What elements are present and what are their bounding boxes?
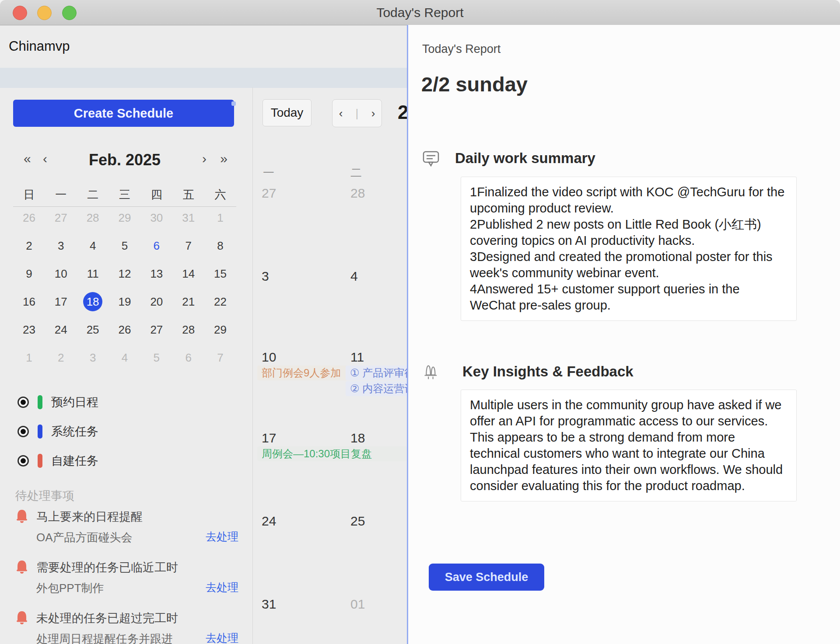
toolbar-band (0, 68, 407, 88)
calendar-date-cell[interactable]: 22 (204, 288, 236, 316)
week-date[interactable]: 27 (262, 186, 276, 201)
calendar-date-cell[interactable]: 3 (77, 344, 109, 372)
calendar-date-cell[interactable]: 27 (140, 316, 172, 344)
next-year-button[interactable]: » (217, 151, 230, 167)
calendar-date-cell[interactable]: 25 (77, 316, 109, 344)
summary-textbox[interactable]: 1Finalized the video script with KOC @Te… (461, 177, 797, 321)
week-date[interactable]: 17 (262, 431, 276, 446)
date-number: 3 (51, 236, 70, 255)
calendar-date-cell[interactable]: 5 (109, 232, 141, 260)
date-number: 19 (115, 292, 134, 311)
mini-calendar-grid: 2627282930311234567891011121314151617181… (13, 204, 236, 372)
date-number: 1 (19, 348, 38, 367)
calendar-date-cell[interactable]: 29 (204, 316, 236, 344)
legend-label: 自建任务 (51, 453, 98, 469)
week-date[interactable]: 31 (262, 597, 276, 612)
calendar-date-cell[interactable]: 8 (204, 232, 236, 260)
week-date[interactable]: 01 (350, 597, 365, 612)
insights-textbox[interactable]: Multiple users in the community group ha… (461, 390, 797, 501)
week-date[interactable]: 28 (350, 186, 365, 201)
task-item: 需要处理的任务已临近工时外包PPT制作去处理 (15, 558, 238, 597)
calendar-date-cell[interactable]: 10 (45, 260, 77, 288)
calendar-date-cell[interactable]: 13 (140, 260, 172, 288)
event-chip[interactable]: 周例会—10:30项目复盘 (257, 446, 407, 461)
task-title-row: 未处理的任务已超过完工时 (15, 609, 238, 628)
calendar-date-cell[interactable]: 26 (109, 316, 141, 344)
week-row: 2728 (253, 186, 407, 268)
calendar-date-cell[interactable]: 31 (172, 204, 204, 232)
calendar-date-cell[interactable]: 2 (13, 232, 45, 260)
week-date[interactable]: 24 (262, 514, 276, 529)
week-date[interactable]: 11 (350, 350, 364, 365)
week-date[interactable]: 10 (262, 350, 276, 365)
calendar-date-cell[interactable]: 26 (13, 204, 45, 232)
section-title-summary: Daily work summary (455, 150, 595, 167)
task-action-link[interactable]: 去处理 (206, 529, 238, 544)
event-chip[interactable]: ② 内容运营计划跟进 (346, 381, 407, 396)
calendar-date-cell[interactable]: 15 (204, 260, 236, 288)
date-number: 7 (211, 348, 230, 367)
date-number: 25 (83, 320, 102, 339)
bell-icon (420, 362, 439, 381)
calendar-date-cell[interactable]: 1 (204, 204, 236, 232)
calendar-date-cell[interactable]: 1 (13, 344, 45, 372)
calendar-date-cell[interactable]: 5 (140, 344, 172, 372)
calendar-date-cell[interactable]: 23 (13, 316, 45, 344)
calendar-date-cell[interactable]: 17 (45, 288, 77, 316)
calendar-date-cell[interactable]: 29 (109, 204, 141, 232)
task-title: 需要处理的任务已临近工时 (36, 560, 178, 575)
date-number: 21 (179, 292, 198, 311)
titlebar: Today's Report (0, 0, 840, 25)
calendar-date-cell[interactable]: 14 (172, 260, 204, 288)
event-chip[interactable]: ① 产品评审待办事项 (346, 366, 407, 380)
calendar-date-cell[interactable]: 7 (172, 232, 204, 260)
week-date[interactable]: 4 (350, 269, 358, 284)
calendar-date-cell[interactable]: 21 (172, 288, 204, 316)
calendar-date-cell[interactable]: 9 (13, 260, 45, 288)
calendar-date-cell[interactable]: 4 (109, 344, 141, 372)
calendar-date-cell[interactable]: 4 (77, 232, 109, 260)
next-month-button[interactable]: › (200, 151, 209, 167)
calendar-date-cell[interactable]: 30 (140, 204, 172, 232)
task-action-link[interactable]: 去处理 (206, 631, 238, 644)
legend-radio[interactable] (18, 397, 29, 408)
calendar-date-cell[interactable]: 7 (204, 344, 236, 372)
week-date[interactable]: 3 (262, 269, 269, 284)
calendar-date-cell[interactable]: 27 (45, 204, 77, 232)
week-next-icon[interactable]: › (371, 107, 375, 120)
save-schedule-button[interactable]: Save Schedule (429, 564, 544, 591)
week-date[interactable]: 18 (350, 431, 365, 446)
calendar-date-cell[interactable]: 19 (109, 288, 141, 316)
week-prev-icon[interactable]: ‹ (339, 107, 343, 120)
weekday-label: 六 (204, 187, 236, 202)
calendar-date-cell[interactable]: 6 (172, 344, 204, 372)
create-schedule-button[interactable]: Create Schedule (13, 100, 234, 127)
calendar-date-cell[interactable]: 16 (13, 288, 45, 316)
calendar-date-cell[interactable]: 18 (77, 288, 109, 316)
today-button[interactable]: Today (262, 99, 312, 126)
calendar-date-cell[interactable]: 6 (140, 232, 172, 260)
calendar-date-cell[interactable]: 20 (140, 288, 172, 316)
calendar-date-cell[interactable]: 2 (45, 344, 77, 372)
weekday-label: 日 (13, 187, 45, 202)
task-action-link[interactable]: 去处理 (206, 580, 238, 595)
calendar-date-cell[interactable]: 24 (45, 316, 77, 344)
calendar-date-cell[interactable]: 3 (45, 232, 77, 260)
date-number: 16 (19, 292, 38, 311)
legend-radio[interactable] (18, 426, 29, 437)
weekday-header-tue: 二 (350, 165, 362, 181)
nav-separator: | (356, 107, 359, 120)
calendar-date-cell[interactable]: 11 (77, 260, 109, 288)
weekday-label: 二 (77, 187, 109, 202)
date-number: 4 (115, 348, 134, 367)
week-row: 34 (253, 269, 407, 351)
weekday-label: 四 (140, 187, 172, 202)
date-number: 11 (83, 264, 102, 283)
calendar-date-cell[interactable]: 28 (172, 316, 204, 344)
calendar-date-cell[interactable]: 28 (77, 204, 109, 232)
date-number: 22 (211, 292, 230, 311)
comment-icon (422, 149, 440, 167)
calendar-date-cell[interactable]: 12 (109, 260, 141, 288)
week-date[interactable]: 25 (350, 514, 365, 529)
legend-radio[interactable] (18, 455, 29, 466)
